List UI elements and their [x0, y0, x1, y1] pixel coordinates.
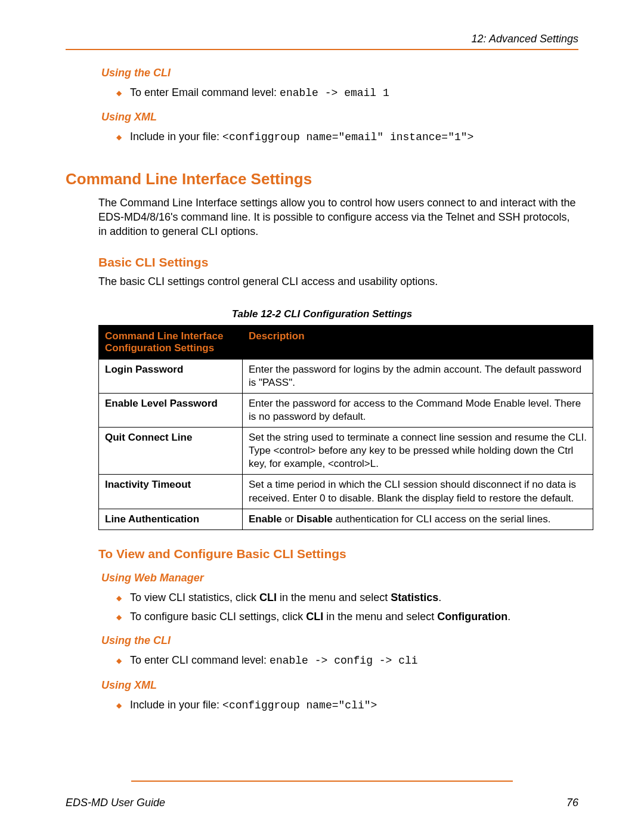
- table-caption: Table 12-2 CLI Configuration Settings: [66, 308, 578, 320]
- page-number: 76: [566, 797, 578, 809]
- cell-setting: Quit Connect Line: [99, 428, 243, 475]
- bullet-text: Include in your file:: [130, 699, 222, 711]
- heading-using-cli-1: Using the CLI: [66, 67, 578, 79]
- bullet-cli-level: ◆ To enter CLI command level: enable -> …: [66, 653, 578, 668]
- cell-desc: Enter the password for logins by the adm…: [243, 359, 593, 393]
- table-header-1: Command Line Interface Configuration Set…: [99, 325, 243, 359]
- bullet-text: To enter Email command level:: [130, 86, 280, 98]
- diamond-icon: ◆: [116, 612, 122, 622]
- heading-cli-settings: Command Line Interface Settings: [66, 170, 578, 188]
- diamond-icon: ◆: [116, 593, 122, 603]
- header-rule: [66, 49, 578, 50]
- bullet-xml-cli: ◆ Include in your file: <configgroup nam…: [66, 698, 578, 713]
- paragraph-intro: The Command Line Interface settings allo…: [66, 196, 578, 239]
- cell-desc: Set the string used to terminate a conne…: [243, 428, 593, 475]
- heading-using-xml-2: Using XML: [66, 679, 578, 692]
- code-text: enable -> email 1: [280, 87, 389, 99]
- table-row: Enable Level Password Enter the password…: [99, 393, 593, 427]
- bullet-web-config: ◆ To configure basic CLI settings, click…: [66, 609, 578, 624]
- heading-using-web: Using Web Manager: [66, 572, 578, 584]
- paragraph-basic: The basic CLI settings control general C…: [66, 274, 578, 289]
- bullet-text: Include in your file:: [130, 131, 222, 143]
- heading-view-configure: To View and Configure Basic CLI Settings: [66, 547, 578, 561]
- diamond-icon: ◆: [116, 701, 122, 710]
- diamond-icon: ◆: [116, 132, 122, 142]
- bullet-text: To enter CLI command level:: [130, 654, 270, 666]
- chapter-header: 12: Advanced Settings: [66, 33, 578, 45]
- table-row: Inactivity Timeout Set a time period in …: [99, 475, 593, 509]
- cell-setting: Line Authentication: [99, 509, 243, 529]
- diamond-icon: ◆: [116, 88, 122, 98]
- heading-using-xml-1: Using XML: [66, 111, 578, 123]
- cell-setting: Login Password: [99, 359, 243, 393]
- cell-desc: Enter the password for access to the Com…: [243, 393, 593, 427]
- code-text: enable -> config -> cli: [270, 655, 417, 667]
- table-row: Quit Connect Line Set the string used to…: [99, 428, 593, 475]
- cell-desc: Set a time period in which the CLI sessi…: [243, 475, 593, 509]
- table-row: Line Authentication Enable or Disable au…: [99, 509, 593, 529]
- heading-using-cli-2: Using the CLI: [66, 634, 578, 647]
- heading-basic-cli: Basic CLI Settings: [66, 255, 578, 270]
- bullet-email-xml: ◆ Include in your file: <configgroup nam…: [66, 129, 578, 144]
- bullet-email-cli: ◆ To enter Email command level: enable -…: [66, 85, 578, 100]
- page-footer: EDS-MD User Guide 76: [66, 797, 578, 809]
- code-text: <configgroup name="cli">: [222, 699, 377, 711]
- table-header-2: Description: [243, 325, 593, 359]
- footer-title: EDS-MD User Guide: [66, 797, 165, 809]
- cell-setting: Inactivity Timeout: [99, 475, 243, 509]
- cli-config-table: Command Line Interface Configuration Set…: [98, 325, 593, 530]
- diamond-icon: ◆: [116, 656, 122, 665]
- bullet-web-stats: ◆ To view CLI statistics, click CLI in t…: [66, 590, 578, 605]
- code-text: <configgroup name="email" instance="1">: [222, 131, 473, 143]
- table-row: Login Password Enter the password for lo…: [99, 359, 593, 393]
- cell-setting: Enable Level Password: [99, 393, 243, 427]
- cell-desc: Enable or Disable authentication for CLI…: [243, 509, 593, 529]
- footer-rule: [131, 781, 513, 782]
